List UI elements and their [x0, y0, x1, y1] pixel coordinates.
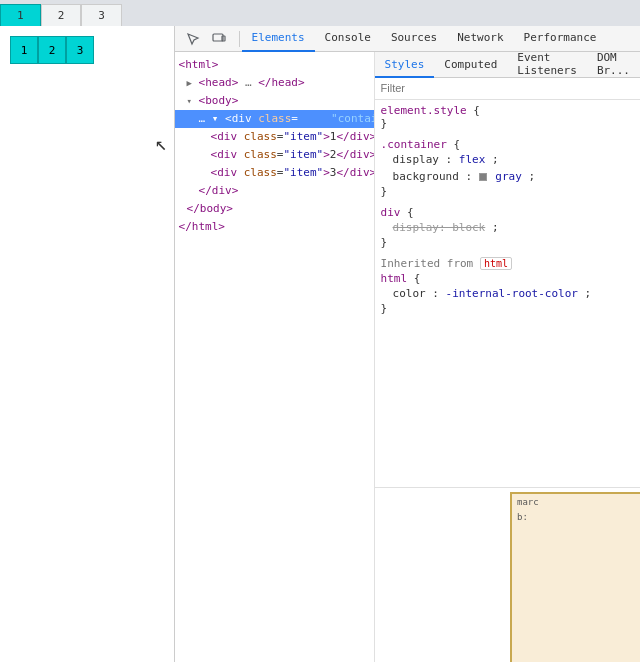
browser-tab-3[interactable]: 3: [81, 4, 122, 26]
tree-line-body: ▾ <body>: [175, 92, 374, 110]
tab-elements[interactable]: Elements: [242, 26, 315, 52]
styles-tab-dom-breakpoints[interactable]: DOM Br...: [587, 52, 640, 78]
tab-performance[interactable]: Performance: [514, 26, 607, 52]
css-rule-div: div { display: block ; }: [381, 206, 634, 249]
devtools-panel: Elements Console Sources Network Perform…: [175, 26, 640, 662]
preview-item-2: 2: [38, 36, 66, 64]
css-selector-container: .container {: [381, 138, 634, 151]
cursor-arrow: ↖: [155, 131, 167, 155]
styles-panel: Styles Computed Event Listeners DOM Br..…: [375, 52, 640, 662]
tree-line-head: ▶ <head> … </head>: [175, 74, 374, 92]
tab-network[interactable]: Network: [447, 26, 513, 52]
styles-tab-event-listeners[interactable]: Event Listeners: [507, 52, 587, 78]
styles-tab-styles[interactable]: Styles: [375, 52, 435, 78]
filter-input[interactable]: [381, 82, 634, 94]
devtools-top-tabs: Elements Console Sources Network Perform…: [175, 26, 640, 52]
browser-tab-empty: [122, 4, 640, 26]
devtools-body: <html> ▶ <head> … </head> ▾ <body> … ▾ <…: [175, 52, 640, 662]
tree-line-item1: <div class="item">1</div>: [175, 128, 374, 146]
css-property-display-flex: display : flex ;: [381, 151, 634, 168]
devtools-icons-group: [175, 28, 237, 50]
inspector-icon: [186, 32, 200, 46]
box-model-margin-label: marc: [517, 497, 539, 507]
tree-line-html: <html>: [175, 56, 374, 74]
main-area: 1 2 3 ↖: [0, 26, 640, 662]
device-toggle-btn[interactable]: [207, 28, 231, 50]
inherited-label: Inherited from html: [381, 257, 634, 270]
filter-bar: [375, 78, 640, 100]
css-rule-element-style: element.style { }: [381, 104, 634, 130]
preview-item-1: 1: [10, 36, 38, 64]
box-model-outer: marc b:: [510, 492, 640, 662]
inspector-icon-btn[interactable]: [181, 28, 205, 50]
tree-line-html-close: </html>: [175, 218, 374, 236]
tree-line-item3: <div class="item">3</div>: [175, 164, 374, 182]
css-selector-element-style: element.style {: [381, 104, 634, 117]
css-close-brace-html: }: [381, 302, 634, 315]
css-close-brace-container: }: [381, 185, 634, 198]
css-selector-html: html {: [381, 272, 634, 285]
preview-item-3: 3: [66, 36, 94, 64]
css-rule-html: html { color : -internal-root-color ; }: [381, 272, 634, 315]
box-model-area: marc b:: [375, 487, 640, 662]
css-property-background: background : gray ;: [381, 168, 634, 185]
preview-flex-container: 1 2 3: [0, 26, 174, 74]
browser-tab-1[interactable]: 1: [0, 4, 41, 26]
preview-content: 1 2 3 ↖: [0, 26, 174, 662]
browser-tab-2[interactable]: 2: [41, 4, 82, 26]
tab-console[interactable]: Console: [315, 26, 381, 52]
css-property-color: color : -internal-root-color ;: [381, 285, 634, 302]
tree-line-body-close: </body>: [175, 200, 374, 218]
css-close-brace: }: [381, 117, 634, 130]
tree-line-div-close: </div>: [175, 182, 374, 200]
preview-pane: 1 2 3 ↖: [0, 26, 175, 662]
tree-line-item2: <div class="item">2</div>: [175, 146, 374, 164]
browser-tabs: 1 2 3: [0, 0, 640, 26]
css-selector-div: div {: [381, 206, 634, 219]
css-rule-container: .container { display : flex ; background…: [381, 138, 634, 198]
tab-sources[interactable]: Sources: [381, 26, 447, 52]
styles-content[interactable]: element.style { } .container {: [375, 100, 640, 487]
css-property-display-block: display: block ;: [381, 219, 634, 236]
tree-line-container[interactable]: … ▾ <div class= "container"> == $0: [175, 110, 374, 128]
inherited-tag-badge: html: [480, 257, 512, 270]
box-model-border-label: b:: [517, 512, 528, 522]
html-tree[interactable]: <html> ▶ <head> … </head> ▾ <body> … ▾ <…: [175, 52, 375, 662]
device-icon: [212, 32, 226, 46]
divider: [239, 31, 240, 47]
styles-tabs: Styles Computed Event Listeners DOM Br..…: [375, 52, 640, 78]
color-swatch-gray[interactable]: [479, 173, 487, 181]
styles-tab-computed[interactable]: Computed: [434, 52, 507, 78]
css-close-brace-div: }: [381, 236, 634, 249]
